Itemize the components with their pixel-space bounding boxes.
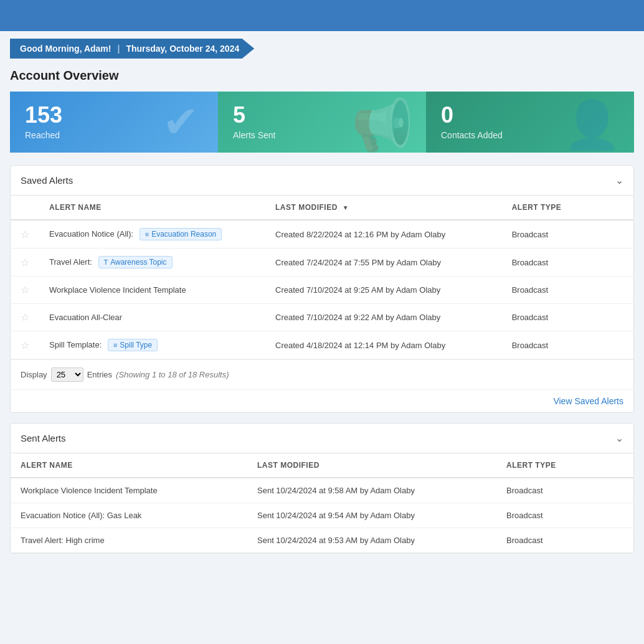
star-icon[interactable]: ☆ [21,257,29,268]
sent-alert-row: Evacuation Notice (All): Gas LeakSent 10… [11,503,633,528]
star-icon[interactable]: ☆ [21,312,29,323]
greeting-divider: | [117,44,120,54]
saved-alert-row: ☆Travel Alert: T Awareness Topic Created… [11,249,633,277]
stat-icon-alerts-sent: 📢 [351,96,414,153]
sent-alerts-col-alerttype: ALERT TYPE [496,453,633,478]
saved-alert-lastmod: Created 4/18/2024 at 12:14 PM by Adam Ol… [265,331,502,359]
greeting-text: Good Morning, Adam! [20,44,111,54]
sent-alert-row: Workplace Violence Incident TemplateSent… [11,478,633,503]
sent-alerts-col-alertname: ALERT NAME [11,453,247,478]
saved-alerts-col-alerttype: ALERT TYPE [502,196,633,220]
sent-alert-type: Broadcast [496,528,633,553]
saved-alert-lastmod: Created 7/24/2024 at 7:55 PM by Adam Ola… [265,249,502,277]
sent-alert-row: Travel Alert: High crimeSent 10/24/2024 … [11,528,633,553]
saved-alert-type: Broadcast [502,277,633,304]
sent-alerts-section: Sent Alerts ⌄ ALERT NAME LAST MODIFIED A… [10,423,634,554]
saved-alerts-section: Saved Alerts ⌄ ALERT NAME LAST MODIFIED … [10,165,634,413]
top-navigation-bar [0,0,644,31]
greeting-bar: Good Morning, Adam! | Thursday, October … [0,31,644,59]
tag-icon: ≡ [113,341,117,349]
saved-alerts-footer: Display 25 50 100 Entries (Showing 1 to … [11,359,633,389]
saved-alerts-title: Saved Alerts [21,175,73,186]
greeting-date: Thursday, October 24, 2024 [126,44,239,54]
stat-card-alerts-sent: 5 Alerts Sent 📢 [218,92,426,153]
saved-alert-name: Evacuation Notice (All): ≡ Evacuation Re… [39,220,265,249]
sent-alerts-col-lastmod: LAST MODIFIED [247,453,496,478]
sent-alert-name: Evacuation Notice (All): Gas Leak [11,503,247,528]
page-title: Account Overview [10,69,634,83]
stats-row: 153 Reached ✔ 5 Alerts Sent 📢 0 Contacts… [10,92,634,153]
saved-alert-type: Broadcast [502,331,633,359]
view-saved-alerts-link-row: View Saved Alerts [11,389,633,412]
sent-alert-lastmod: Sent 10/24/2024 at 9:53 AM by Adam Olaby [247,528,496,553]
sent-alerts-chevron-icon: ⌄ [615,432,623,444]
saved-alert-row: ☆Evacuation Notice (All): ≡ Evacuation R… [11,220,633,249]
alert-tag[interactable]: ≡ Evacuation Reason [140,228,222,240]
saved-alert-row: ☆Workplace Violence Incident TemplateCre… [11,277,633,304]
saved-alert-type: Broadcast [502,304,633,331]
sent-alert-lastmod: Sent 10/24/2024 at 9:58 AM by Adam Olaby [247,478,496,503]
sent-alerts-header[interactable]: Sent Alerts ⌄ [11,424,633,453]
saved-alerts-col-lastmod[interactable]: LAST MODIFIED ▼ [265,196,502,220]
entries-label: Entries [87,370,112,379]
saved-alerts-table: ALERT NAME LAST MODIFIED ▼ ALERT TYPE ☆E… [11,196,633,359]
stat-icon-reached: ✔ [163,97,199,148]
saved-alert-lastmod: Created 8/22/2024 at 12:16 PM by Adam Ol… [265,220,502,249]
display-label: Display [21,370,47,379]
alert-tag[interactable]: T Awareness Topic [98,256,173,268]
sort-icon-lastmod-saved: ▼ [343,204,349,211]
star-icon[interactable]: ☆ [21,340,29,351]
stat-card-reached: 153 Reached ✔ [10,92,218,153]
sent-alert-type: Broadcast [496,503,633,528]
sent-alert-name: Workplace Violence Incident Template [11,478,247,503]
tag-icon: ≡ [145,230,149,238]
star-icon[interactable]: ☆ [21,285,29,295]
saved-alert-row: ☆Evacuation All-ClearCreated 7/10/2024 a… [11,304,633,331]
saved-alerts-col-alertname[interactable]: ALERT NAME [39,196,265,220]
sent-alert-lastmod: Sent 10/24/2024 at 9:54 AM by Adam Olaby [247,503,496,528]
saved-alert-name: Travel Alert: T Awareness Topic [39,249,265,277]
saved-alerts-col-star [11,196,39,220]
saved-alert-name: Workplace Violence Incident Template [39,277,265,304]
sent-alert-name: Travel Alert: High crime [11,528,247,553]
saved-alert-row: ☆Spill Template: ≡ Spill Type Created 4/… [11,331,633,359]
saved-alert-name: Evacuation All-Clear [39,304,265,331]
tag-label: Awareness Topic [110,258,166,267]
saved-alert-lastmod: Created 7/10/2024 at 9:22 AM by Adam Ola… [265,304,502,331]
saved-alert-type: Broadcast [502,249,633,277]
tag-label: Spill Type [120,341,152,349]
display-entries-select[interactable]: 25 50 100 [51,367,83,382]
saved-alert-lastmod: Created 7/10/2024 at 9:25 AM by Adam Ola… [265,277,502,304]
saved-alert-type: Broadcast [502,220,633,249]
sent-alert-type: Broadcast [496,478,633,503]
stat-icon-contacts-added: 👤 [563,98,622,153]
tag-icon: T [104,258,108,266]
alert-tag[interactable]: ≡ Spill Type [108,339,158,351]
tag-label: Evacuation Reason [151,230,216,239]
star-icon[interactable]: ☆ [21,229,29,240]
view-saved-alerts-link[interactable]: View Saved Alerts [553,396,623,406]
sent-alerts-table: ALERT NAME LAST MODIFIED ALERT TYPE Work… [11,453,633,553]
saved-alerts-header[interactable]: Saved Alerts ⌄ [11,166,633,196]
saved-alerts-chevron-icon: ⌄ [615,174,623,186]
stat-card-contacts-added: 0 Contacts Added 👤 [426,92,634,153]
saved-alert-name: Spill Template: ≡ Spill Type [39,331,265,359]
showing-text: (Showing 1 to 18 of 18 Results) [116,370,229,379]
sent-alerts-title: Sent Alerts [21,433,66,443]
